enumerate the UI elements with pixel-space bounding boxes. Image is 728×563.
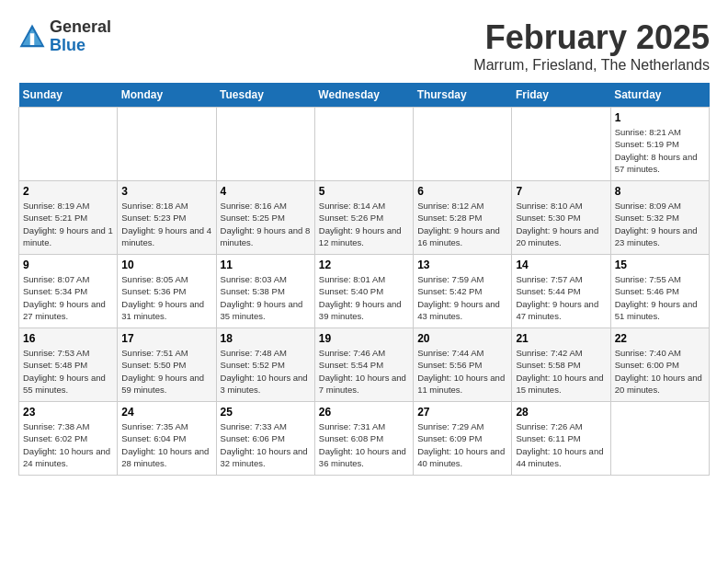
day-info: Sunrise: 7:38 AMSunset: 6:02 PMDaylight:… xyxy=(23,420,113,469)
col-wednesday: Wednesday xyxy=(314,83,413,108)
calendar-cell: 4 Sunrise: 8:16 AMSunset: 5:25 PMDayligh… xyxy=(216,181,314,255)
day-number: 10 xyxy=(121,259,211,271)
day-info: Sunrise: 8:14 AMSunset: 5:26 PMDaylight:… xyxy=(319,200,409,248)
day-info: Sunrise: 7:26 AMSunset: 6:11 PMDaylight:… xyxy=(516,420,606,469)
day-info: Sunrise: 8:09 AMSunset: 5:32 PMDaylight:… xyxy=(615,200,705,248)
calendar-week-2: 9 Sunrise: 8:07 AMSunset: 5:34 PMDayligh… xyxy=(19,255,710,328)
day-number: 13 xyxy=(417,259,507,271)
calendar-cell: 12 Sunrise: 8:01 AMSunset: 5:40 PMDaylig… xyxy=(314,255,413,328)
day-info: Sunrise: 8:07 AMSunset: 5:34 PMDaylight:… xyxy=(23,273,113,322)
calendar-cell: 27 Sunrise: 7:29 AMSunset: 6:09 PMDaylig… xyxy=(414,402,512,476)
day-info: Sunrise: 7:40 AMSunset: 6:00 PMDaylight:… xyxy=(615,347,705,396)
calendar-cell: 18 Sunrise: 7:48 AMSunset: 5:52 PMDaylig… xyxy=(216,328,314,402)
day-info: Sunrise: 8:03 AMSunset: 5:38 PMDaylight:… xyxy=(221,273,311,322)
day-number: 21 xyxy=(516,332,606,345)
calendar-cell: 9 Sunrise: 8:07 AMSunset: 5:34 PMDayligh… xyxy=(19,255,118,328)
calendar-cell: 20 Sunrise: 7:44 AMSunset: 5:56 PMDaylig… xyxy=(414,328,512,402)
day-info: Sunrise: 7:33 AMSunset: 6:06 PMDaylight:… xyxy=(221,420,311,469)
calendar-cell: 19 Sunrise: 7:46 AMSunset: 5:54 PMDaylig… xyxy=(314,328,413,402)
day-info: Sunrise: 8:18 AMSunset: 5:23 PMDaylight:… xyxy=(121,200,211,248)
calendar-cell: 5 Sunrise: 8:14 AMSunset: 5:26 PMDayligh… xyxy=(314,181,413,255)
logo-icon xyxy=(18,23,46,51)
col-saturday: Saturday xyxy=(610,83,709,108)
day-info: Sunrise: 7:55 AMSunset: 5:46 PMDaylight:… xyxy=(615,273,705,322)
title-block: February 2025 Marrum, Friesland, The Net… xyxy=(473,18,710,74)
col-tuesday: Tuesday xyxy=(216,83,314,108)
day-info: Sunrise: 7:48 AMSunset: 5:52 PMDaylight:… xyxy=(221,347,311,396)
day-info: Sunrise: 8:01 AMSunset: 5:40 PMDaylight:… xyxy=(319,273,409,322)
day-info: Sunrise: 8:12 AMSunset: 5:28 PMDaylight:… xyxy=(417,200,507,248)
day-info: Sunrise: 7:35 AMSunset: 6:04 PMDaylight:… xyxy=(121,420,211,469)
calendar-week-0: 1 Sunrise: 8:21 AMSunset: 5:19 PMDayligh… xyxy=(19,108,710,181)
calendar-cell xyxy=(314,108,413,181)
location-title: Marrum, Friesland, The Netherlands xyxy=(473,57,710,74)
calendar-cell: 17 Sunrise: 7:51 AMSunset: 5:50 PMDaylig… xyxy=(118,328,216,402)
calendar-cell: 26 Sunrise: 7:31 AMSunset: 6:08 PMDaylig… xyxy=(314,402,413,476)
day-info: Sunrise: 7:51 AMSunset: 5:50 PMDaylight:… xyxy=(121,347,211,396)
day-info: Sunrise: 8:16 AMSunset: 5:25 PMDaylight:… xyxy=(221,200,311,248)
calendar-cell: 3 Sunrise: 8:18 AMSunset: 5:23 PMDayligh… xyxy=(118,181,216,255)
day-number: 3 xyxy=(121,185,211,198)
day-number: 25 xyxy=(221,406,311,419)
day-info: Sunrise: 7:31 AMSunset: 6:08 PMDaylight:… xyxy=(319,420,409,469)
day-info: Sunrise: 7:53 AMSunset: 5:48 PMDaylight:… xyxy=(23,347,113,396)
day-info: Sunrise: 7:46 AMSunset: 5:54 PMDaylight:… xyxy=(319,347,409,396)
page-header: General Blue February 2025 Marrum, Fries… xyxy=(18,18,710,74)
svg-rect-2 xyxy=(30,33,35,45)
calendar-cell: 24 Sunrise: 7:35 AMSunset: 6:04 PMDaylig… xyxy=(118,402,216,476)
day-number: 6 xyxy=(417,185,507,198)
logo-line2: Blue xyxy=(50,37,111,55)
calendar-cell: 25 Sunrise: 7:33 AMSunset: 6:06 PMDaylig… xyxy=(216,402,314,476)
col-friday: Friday xyxy=(512,83,610,108)
calendar-cell xyxy=(414,108,512,181)
day-number: 12 xyxy=(319,259,409,271)
logo: General Blue xyxy=(18,18,111,55)
day-number: 26 xyxy=(319,406,409,419)
day-info: Sunrise: 8:10 AMSunset: 5:30 PMDaylight:… xyxy=(516,200,606,248)
calendar-cell: 11 Sunrise: 8:03 AMSunset: 5:38 PMDaylig… xyxy=(216,255,314,328)
day-number: 27 xyxy=(417,406,507,419)
calendar-cell: 22 Sunrise: 7:40 AMSunset: 6:00 PMDaylig… xyxy=(610,328,709,402)
calendar-cell: 28 Sunrise: 7:26 AMSunset: 6:11 PMDaylig… xyxy=(512,402,610,476)
calendar-cell: 21 Sunrise: 7:42 AMSunset: 5:58 PMDaylig… xyxy=(512,328,610,402)
day-number: 20 xyxy=(417,332,507,345)
logo-line1: General xyxy=(50,18,111,37)
day-number: 8 xyxy=(615,185,705,198)
calendar-cell: 16 Sunrise: 7:53 AMSunset: 5:48 PMDaylig… xyxy=(19,328,118,402)
calendar-week-3: 16 Sunrise: 7:53 AMSunset: 5:48 PMDaylig… xyxy=(19,328,710,402)
calendar-header-row: Sunday Monday Tuesday Wednesday Thursday… xyxy=(19,83,710,108)
day-info: Sunrise: 7:29 AMSunset: 6:09 PMDaylight:… xyxy=(417,420,507,469)
calendar-cell: 23 Sunrise: 7:38 AMSunset: 6:02 PMDaylig… xyxy=(19,402,118,476)
col-monday: Monday xyxy=(118,83,216,108)
day-info: Sunrise: 7:44 AMSunset: 5:56 PMDaylight:… xyxy=(417,347,507,396)
day-number: 22 xyxy=(615,332,705,345)
day-number: 7 xyxy=(516,185,606,198)
calendar-cell: 14 Sunrise: 7:57 AMSunset: 5:44 PMDaylig… xyxy=(512,255,610,328)
calendar-cell xyxy=(118,108,216,181)
day-number: 2 xyxy=(23,185,113,198)
day-number: 1 xyxy=(615,111,705,124)
calendar-cell: 6 Sunrise: 8:12 AMSunset: 5:28 PMDayligh… xyxy=(414,181,512,255)
day-number: 23 xyxy=(23,406,113,419)
calendar-cell: 13 Sunrise: 7:59 AMSunset: 5:42 PMDaylig… xyxy=(414,255,512,328)
day-number: 24 xyxy=(121,406,211,419)
calendar-cell: 7 Sunrise: 8:10 AMSunset: 5:30 PMDayligh… xyxy=(512,181,610,255)
day-number: 19 xyxy=(319,332,409,345)
calendar-week-4: 23 Sunrise: 7:38 AMSunset: 6:02 PMDaylig… xyxy=(19,402,710,476)
day-info: Sunrise: 8:05 AMSunset: 5:36 PMDaylight:… xyxy=(121,273,211,322)
logo-text: General Blue xyxy=(50,18,111,55)
calendar-cell xyxy=(512,108,610,181)
day-info: Sunrise: 7:59 AMSunset: 5:42 PMDaylight:… xyxy=(417,273,507,322)
day-number: 14 xyxy=(516,259,606,271)
day-info: Sunrise: 8:21 AMSunset: 5:19 PMDaylight:… xyxy=(615,126,705,175)
calendar-cell: 2 Sunrise: 8:19 AMSunset: 5:21 PMDayligh… xyxy=(19,181,118,255)
calendar-cell: 8 Sunrise: 8:09 AMSunset: 5:32 PMDayligh… xyxy=(610,181,709,255)
col-thursday: Thursday xyxy=(414,83,512,108)
day-info: Sunrise: 7:57 AMSunset: 5:44 PMDaylight:… xyxy=(516,273,606,322)
day-info: Sunrise: 8:19 AMSunset: 5:21 PMDaylight:… xyxy=(23,200,113,248)
day-number: 17 xyxy=(121,332,211,345)
calendar-cell: 15 Sunrise: 7:55 AMSunset: 5:46 PMDaylig… xyxy=(610,255,709,328)
calendar-cell: 10 Sunrise: 8:05 AMSunset: 5:36 PMDaylig… xyxy=(118,255,216,328)
day-number: 5 xyxy=(319,185,409,198)
month-title: February 2025 xyxy=(473,18,710,57)
